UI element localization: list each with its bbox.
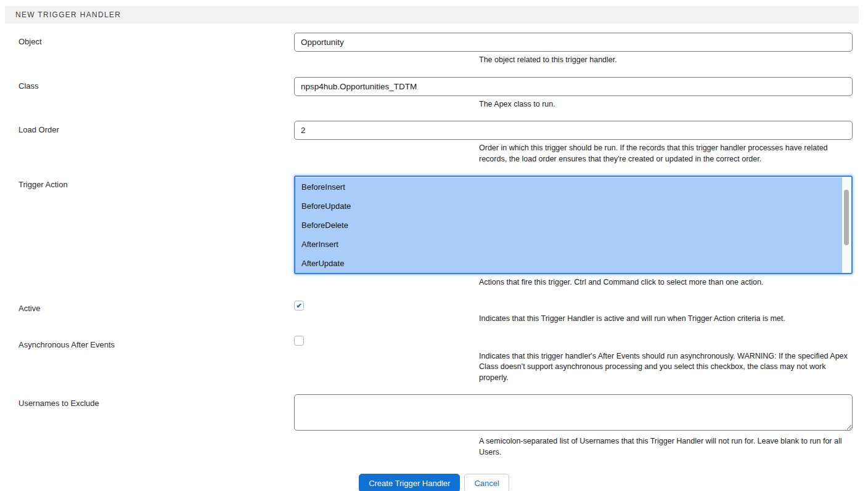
trigger-action-help: Actions that fire this trigger. Ctrl and…	[479, 277, 853, 288]
async-after-events-help: Indicates that this trigger handler's Af…	[479, 351, 853, 384]
active-row: Active ✔ Indicates that this Trigger Han…	[0, 299, 868, 325]
usernames-to-exclude-row: Usernames to Exclude A semicolon-separat…	[0, 394, 868, 458]
trigger-action-option[interactable]: BeforeUpdate	[295, 197, 842, 216]
class-row: Class The Apex class to run.	[0, 77, 868, 110]
trigger-action-row: Trigger Action BeforeInsert BeforeUpdate…	[0, 176, 868, 288]
async-after-events-checkbox[interactable]: ✔	[294, 336, 304, 346]
active-checkbox[interactable]: ✔	[294, 301, 304, 310]
trigger-action-option[interactable]: BeforeDelete	[295, 216, 842, 235]
section-header: NEW TRIGGER HANDLER	[5, 6, 859, 23]
cancel-button[interactable]: Cancel	[464, 474, 509, 491]
trigger-action-options: BeforeInsert BeforeUpdate BeforeDelete A…	[295, 177, 842, 273]
load-order-help: Order in which this trigger should be ru…	[479, 143, 853, 164]
active-label: Active	[18, 299, 294, 325]
class-input[interactable]	[294, 77, 853, 96]
usernames-to-exclude-textarea[interactable]	[294, 394, 853, 431]
class-help: The Apex class to run.	[479, 99, 853, 110]
active-help: Indicates that this Trigger Handler is a…	[479, 314, 853, 325]
checkmark-icon: ✔	[296, 302, 301, 309]
new-trigger-handler-page: NEW TRIGGER HANDLER Object The object re…	[0, 0, 868, 491]
select-scrollbar[interactable]	[842, 177, 851, 273]
page-title: NEW TRIGGER HANDLER	[15, 10, 121, 19]
load-order-input[interactable]	[294, 121, 853, 140]
object-row: Object The object related to this trigge…	[0, 33, 868, 66]
form-actions: Create Trigger Handler Cancel	[0, 474, 868, 491]
trigger-action-option[interactable]: AfterInsert	[295, 235, 842, 254]
load-order-label: Load Order	[18, 121, 294, 164]
load-order-row: Load Order Order in which this trigger s…	[0, 121, 868, 164]
create-trigger-handler-button[interactable]: Create Trigger Handler	[359, 474, 460, 491]
object-help: The object related to this trigger handl…	[479, 55, 853, 66]
usernames-to-exclude-label: Usernames to Exclude	[18, 394, 294, 458]
trigger-action-select[interactable]: BeforeInsert BeforeUpdate BeforeDelete A…	[294, 176, 853, 274]
object-label: Object	[18, 33, 294, 66]
trigger-action-option[interactable]: AfterUpdate	[295, 254, 842, 273]
async-after-events-label: Asynchronous After Events	[18, 336, 294, 384]
trigger-handler-form: Object The object related to this trigge…	[0, 33, 868, 491]
object-input[interactable]	[294, 33, 853, 52]
usernames-to-exclude-help: A semicolon-separated list of Usernames …	[479, 436, 853, 458]
async-after-events-row: Asynchronous After Events ✔ Indicates th…	[0, 336, 868, 384]
select-scrollbar-thumb[interactable]	[844, 190, 849, 245]
trigger-action-label: Trigger Action	[18, 176, 294, 288]
class-label: Class	[18, 77, 294, 110]
trigger-action-option[interactable]: BeforeInsert	[295, 177, 842, 197]
